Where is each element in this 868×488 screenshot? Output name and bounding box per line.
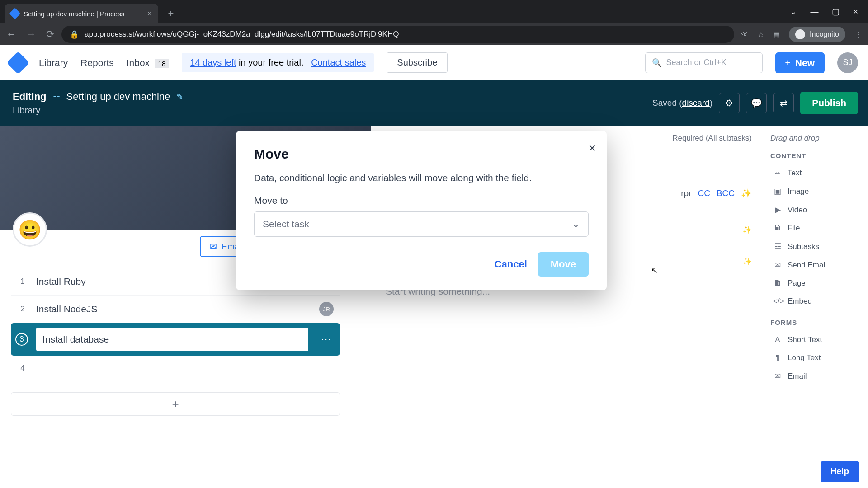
add-task-button[interactable]: +: [11, 392, 340, 416]
new-tab-button[interactable]: +: [163, 5, 179, 22]
forms-heading: FORMS: [770, 319, 862, 326]
browser-menu-icon[interactable]: ⋮: [854, 30, 862, 39]
nav-inbox[interactable]: Inbox 18: [127, 57, 170, 68]
plus-icon: +: [785, 57, 791, 68]
new-button[interactable]: + New: [775, 52, 825, 73]
image-icon: ▣: [773, 187, 782, 196]
code-icon: </>: [773, 297, 782, 306]
modal-close-button[interactable]: ×: [589, 141, 596, 155]
minimize-icon[interactable]: —: [810, 7, 818, 17]
content-heading: CONTENT: [770, 152, 862, 160]
browser-tab-strip: Setting up dev machine | Process × + ⌄ —…: [0, 0, 868, 23]
widget-embed[interactable]: </>Embed: [770, 292, 862, 310]
widget-text[interactable]: ↔Text: [770, 164, 862, 182]
subscribe-button[interactable]: Subscribe: [387, 52, 448, 73]
text-icon: ↔: [773, 169, 782, 178]
tabs-dropdown-icon[interactable]: ⌄: [790, 7, 797, 17]
assignee-avatar[interactable]: JR: [319, 302, 334, 316]
edit-pencil-icon[interactable]: ✎: [176, 92, 183, 102]
magic-icon[interactable]: ✨: [743, 225, 752, 234]
favicon-icon: [9, 8, 20, 19]
search-input[interactable]: 🔍 Search or Ctrl+K: [645, 52, 763, 73]
browser-tab[interactable]: Setting up dev machine | Process ×: [5, 4, 158, 23]
shuffle-button[interactable]: ⇄: [773, 93, 794, 113]
task-number: 1: [17, 277, 28, 286]
settings-button[interactable]: ⚙: [719, 93, 740, 113]
envelope-icon: ✉: [773, 371, 782, 381]
saved-status: Saved (discard): [652, 98, 712, 108]
widget-page[interactable]: 🗎Page: [770, 274, 862, 292]
url-field[interactable]: 🔒 app.process.st/workflows/uQGGj-_oKZ43z…: [61, 26, 734, 43]
gear-icon: ⚙: [725, 98, 733, 108]
short-text-icon: A: [773, 335, 782, 344]
app-logo-icon[interactable]: [7, 51, 30, 74]
close-tab-icon[interactable]: ×: [147, 9, 152, 19]
rpr-text: rpr: [681, 188, 691, 198]
move-modal: × Move Data, conditional logic and varia…: [236, 131, 607, 290]
task-number: 4: [17, 364, 28, 373]
modal-title: Move: [254, 146, 589, 162]
comments-button[interactable]: 💬: [746, 93, 767, 113]
widget-email[interactable]: ✉Email: [770, 367, 862, 385]
editing-bar: Editing ☷ Setting up dev machine ✎ Libra…: [0, 80, 868, 126]
task-number: 3: [15, 333, 28, 346]
select-placeholder: Select task: [263, 219, 309, 230]
extensions-icon[interactable]: ▦: [773, 30, 780, 39]
lock-icon: 🔒: [70, 30, 79, 39]
eye-off-icon[interactable]: 👁: [741, 30, 749, 38]
cancel-button[interactable]: Cancel: [495, 258, 527, 270]
widget-image[interactable]: ▣Image: [770, 182, 862, 201]
widget-file[interactable]: 🗎File: [770, 219, 862, 237]
workflow-title: Setting up dev machine: [66, 91, 170, 103]
back-icon[interactable]: ←: [6, 28, 16, 40]
discard-link[interactable]: discard: [682, 98, 710, 108]
task-row-empty[interactable]: 4: [11, 356, 340, 381]
widget-long-text[interactable]: ¶Long Text: [770, 349, 862, 367]
widgets-sidebar: Drag and drop CONTENT ↔Text ▣Image ▶Vide…: [764, 126, 868, 488]
nav-reports[interactable]: Reports: [80, 57, 114, 68]
move-to-label: Move to: [254, 195, 589, 206]
file-icon: 🗎: [773, 224, 782, 233]
search-icon: 🔍: [652, 58, 662, 68]
forward-icon[interactable]: →: [26, 28, 36, 40]
task-title-input[interactable]: [36, 328, 308, 351]
reload-icon[interactable]: ⟳: [46, 28, 54, 40]
widget-video[interactable]: ▶Video: [770, 201, 862, 219]
widget-subtasks[interactable]: ☲Subtasks: [770, 237, 862, 256]
task-row-selected[interactable]: 3 ⋯: [11, 323, 340, 356]
publish-button[interactable]: Publish: [800, 92, 858, 114]
magic-icon[interactable]: ✨: [743, 257, 752, 266]
trial-days-link[interactable]: 14 days left: [190, 57, 236, 67]
cursor-icon: ↖: [651, 266, 658, 276]
app-header: Library Reports Inbox 18 14 days left in…: [0, 45, 868, 80]
task-menu-icon[interactable]: ⋯: [316, 333, 335, 345]
chevron-down-icon[interactable]: ⌄: [563, 212, 588, 236]
workflow-icon: ☷: [53, 92, 60, 102]
modal-description: Data, conditional logic and variables wi…: [254, 173, 589, 183]
workflow-emoji[interactable]: 😀: [13, 212, 47, 247]
close-window-icon[interactable]: ×: [853, 7, 858, 17]
user-avatar[interactable]: SJ: [837, 52, 858, 73]
editing-label: Editing: [13, 91, 47, 103]
move-button[interactable]: Move: [538, 252, 589, 277]
move-to-select[interactable]: Select task ⌄: [254, 211, 589, 237]
envelope-icon: ✉: [210, 241, 217, 252]
incognito-icon: [795, 29, 805, 39]
widget-send-email[interactable]: ✉Send Email: [770, 256, 862, 274]
bookmark-icon[interactable]: ☆: [758, 30, 764, 39]
incognito-badge: Incognito: [789, 27, 845, 42]
task-row[interactable]: 2 Install NodeJS JR: [11, 296, 340, 323]
magic-icon[interactable]: ✨: [741, 188, 752, 198]
list-icon: ☲: [773, 242, 782, 251]
maximize-icon[interactable]: ▢: [832, 7, 840, 17]
help-button[interactable]: Help: [821, 461, 859, 482]
nav-library[interactable]: Library: [39, 57, 68, 68]
bcc-button[interactable]: BCC: [717, 188, 735, 198]
contact-sales-link[interactable]: Contact sales: [311, 57, 366, 67]
cc-button[interactable]: CC: [698, 188, 710, 198]
widget-short-text[interactable]: AShort Text: [770, 331, 862, 349]
address-bar: ← → ⟳ 🔒 app.process.st/workflows/uQGGj-_…: [0, 23, 868, 45]
long-text-icon: ¶: [773, 353, 782, 362]
task-title: Install NodeJS: [36, 304, 97, 314]
video-icon: ▶: [773, 205, 782, 215]
